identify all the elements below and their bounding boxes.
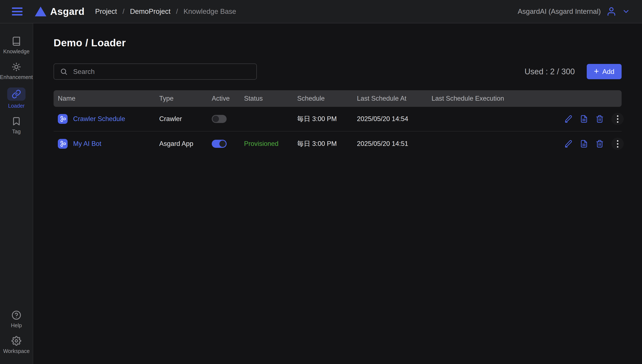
cell-type: Crawler	[155, 115, 207, 123]
breadcrumb-separator: /	[176, 8, 178, 16]
webhook-icon	[58, 114, 68, 124]
sidebar-item-knowledge[interactable]: Knowledge	[3, 36, 30, 54]
loader-table: Name Type Active Status Schedule Last Sc…	[54, 90, 621, 156]
main-content: Demo / Loader Used : 2 / 300 + Add Name …	[33, 23, 642, 364]
cell-schedule: 毎日 3:00 PM	[293, 114, 353, 124]
sun-icon	[11, 62, 22, 72]
row-actions	[560, 113, 632, 125]
sidebar-item-loader[interactable]: Loader	[7, 88, 26, 109]
column-header-type: Type	[155, 95, 207, 102]
logo-text: Asgard	[50, 6, 84, 17]
search-icon	[60, 68, 68, 76]
app-header: Asgard Project / DemoProject / Knowledge…	[0, 0, 642, 23]
column-header-name: Name	[54, 95, 155, 102]
breadcrumb-separator: /	[122, 8, 124, 16]
logo-triangle-icon	[35, 6, 46, 16]
cell-status: Provisioned	[240, 140, 293, 148]
edit-icon[interactable]	[564, 140, 572, 148]
column-header-last-schedule-at: Last Schedule At	[353, 95, 427, 102]
sidebar-item-label: Help	[11, 322, 22, 328]
usage-label: Used : 2 / 300	[524, 67, 575, 76]
column-header-active: Active	[207, 95, 240, 102]
trash-icon[interactable]	[596, 140, 604, 148]
column-header-last-schedule-execution: Last Schedule Execution	[427, 95, 560, 102]
breadcrumb-demoproject[interactable]: DemoProject	[130, 8, 170, 16]
chevron-down-icon[interactable]	[622, 8, 630, 16]
sidebar-item-workspace[interactable]: Workspace	[3, 336, 30, 354]
sidebar-item-enhancement[interactable]: Enhancement	[0, 62, 33, 80]
bookmark-icon	[11, 116, 22, 126]
table-header-row: Name Type Active Status Schedule Last Sc…	[54, 90, 621, 107]
cell-last-schedule-at: 2025/05/20 14:51	[353, 140, 427, 148]
table-row: My AI Bot Asgard App Provisioned 毎日 3:00…	[54, 132, 621, 156]
user-icon[interactable]	[606, 6, 616, 16]
link-icon	[7, 88, 26, 101]
sidebar-item-help[interactable]: Help	[11, 310, 22, 328]
app-logo[interactable]: Asgard	[35, 6, 84, 17]
hamburger-menu-icon[interactable]	[12, 8, 23, 16]
breadcrumb: Project / DemoProject / Knowledge Base	[95, 8, 236, 16]
row-name-link[interactable]: My AI Bot	[73, 140, 101, 148]
search-box	[54, 64, 257, 80]
gear-icon	[11, 336, 22, 346]
cell-type: Asgard App	[155, 140, 207, 148]
row-name-link[interactable]: Crawler Schedule	[73, 115, 125, 123]
more-menu-icon[interactable]	[611, 113, 624, 125]
sidebar-item-label: Enhancement	[0, 74, 33, 80]
more-menu-icon[interactable]	[611, 138, 624, 150]
active-toggle[interactable]	[212, 140, 227, 148]
account-label: AsgardAI (Asgard Internal)	[518, 8, 601, 16]
table-row: Crawler Schedule Crawler 毎日 3:00 PM 2025…	[54, 107, 621, 132]
trash-icon[interactable]	[596, 115, 604, 123]
breadcrumb-project[interactable]: Project	[95, 8, 117, 16]
sidebar-item-label: Knowledge	[3, 48, 30, 54]
sidebar-item-tag[interactable]: Tag	[11, 116, 22, 135]
document-icon[interactable]	[580, 115, 588, 123]
edit-icon[interactable]	[564, 115, 572, 123]
sidebar-item-label: Tag	[12, 128, 21, 135]
row-actions	[560, 138, 632, 150]
active-toggle[interactable]	[212, 115, 227, 123]
help-circle-icon	[11, 310, 22, 320]
search-input[interactable]	[73, 68, 250, 76]
cell-schedule: 毎日 3:00 PM	[293, 139, 353, 148]
book-icon	[11, 36, 22, 46]
cell-last-schedule-at: 2025/05/20 14:54	[353, 115, 427, 123]
document-icon[interactable]	[580, 140, 588, 148]
webhook-icon	[58, 139, 68, 149]
sidebar: Knowledge Enhancement Loader Tag Help Wo…	[0, 23, 33, 364]
add-button-label: Add	[602, 68, 614, 76]
breadcrumb-knowledge-base[interactable]: Knowledge Base	[183, 8, 236, 16]
controls-row: Used : 2 / 300 + Add	[54, 64, 621, 80]
column-header-status: Status	[240, 95, 293, 102]
sidebar-item-label: Workspace	[3, 348, 30, 354]
plus-icon: +	[594, 67, 599, 76]
page-title: Demo / Loader	[54, 37, 621, 49]
add-button[interactable]: + Add	[587, 64, 621, 79]
header-account-area: AsgardAI (Asgard Internal)	[518, 6, 630, 16]
sidebar-item-label: Loader	[8, 103, 25, 109]
column-header-schedule: Schedule	[293, 95, 353, 102]
